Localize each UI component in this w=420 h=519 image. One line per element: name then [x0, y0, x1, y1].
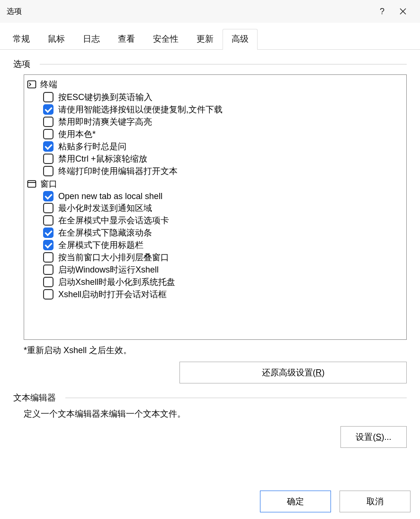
tab-bar: 常规鼠标日志查看安全性更新高级: [0, 23, 420, 50]
tree-item-label: 按当前窗口大小排列层叠窗口: [58, 252, 169, 263]
editor-section-label: 文本编辑器: [13, 392, 56, 403]
tree-item-label: Open new tab as local shell: [58, 191, 162, 201]
help-button[interactable]: ?: [372, 2, 393, 21]
tree-item[interactable]: 粘贴多行时总是问: [43, 140, 404, 153]
tab-1[interactable]: 鼠标: [39, 29, 74, 50]
terminal-icon: [27, 80, 36, 89]
checkbox[interactable]: [43, 252, 54, 263]
tree-item[interactable]: 启动Xshell时最小化到系统托盘: [43, 276, 404, 288]
tree-group-label: 终端: [40, 79, 57, 90]
checkbox[interactable]: [43, 154, 54, 164]
tree-item[interactable]: 启动Windows时运行Xshell: [43, 264, 404, 276]
tree-group-header[interactable]: 终端: [27, 78, 404, 91]
tree-group-header[interactable]: 窗口: [27, 177, 404, 191]
tree-item[interactable]: 按ESC键切换到英语输入: [43, 91, 404, 103]
tree-item[interactable]: Open new tab as local shell: [43, 191, 404, 202]
svg-rect-2: [28, 81, 36, 88]
dialog-footer: 确定 取消: [260, 491, 411, 512]
divider: [40, 64, 407, 64]
options-section-label: 选项: [13, 58, 30, 70]
tree-item[interactable]: 终端打印时使用编辑器打开文本: [43, 165, 404, 177]
tree-item-label: 终端打印时使用编辑器打开文本: [58, 165, 178, 177]
tree-group-label: 窗口: [40, 178, 57, 190]
tree-item[interactable]: 禁用Ctrl +鼠标滚轮缩放: [43, 153, 404, 165]
divider: [65, 398, 407, 398]
tree-item[interactable]: 在全屏模式中显示会话选项卡: [43, 214, 404, 227]
tree-item-label: 全屏模式下使用标题栏: [58, 239, 143, 251]
tree-item[interactable]: Xshell启动时打开会话对话框: [43, 288, 404, 300]
checkbox[interactable]: [43, 289, 54, 300]
tree-item[interactable]: 在全屏模式下隐藏滚动条: [43, 227, 404, 239]
checkbox[interactable]: [43, 166, 54, 176]
tree-item[interactable]: 使用本色*: [43, 128, 404, 140]
tree-item-label: 最小化时发送到通知区域: [58, 202, 152, 214]
tree-item-label: 粘贴多行时总是问: [58, 141, 126, 152]
tab-2[interactable]: 日志: [74, 29, 109, 50]
tree-item-label: 请使用智能选择按钮以便便捷复制,文件下载: [58, 104, 223, 115]
checkbox[interactable]: [43, 240, 54, 250]
tree-item-label: 按ESC键切换到英语输入: [58, 91, 152, 103]
window-title: 选项: [7, 7, 372, 17]
checkbox[interactable]: [43, 191, 54, 201]
tree-item[interactable]: 禁用即时清爽关键字高亮: [43, 116, 404, 128]
tree-item-label: 使用本色*: [58, 128, 96, 140]
tree-item-label: 禁用Ctrl +鼠标滚轮缩放: [58, 153, 147, 164]
checkbox[interactable]: [43, 129, 54, 139]
checkbox[interactable]: [43, 92, 54, 102]
cancel-button[interactable]: 取消: [340, 491, 411, 512]
tab-6[interactable]: 高级: [223, 29, 258, 50]
checkbox[interactable]: [43, 141, 54, 152]
tree-item-label: 启动Xshell时最小化到系统托盘: [58, 276, 175, 288]
tab-3[interactable]: 查看: [109, 29, 144, 50]
tree-item[interactable]: 请使用智能选择按钮以便便捷复制,文件下载: [43, 103, 404, 116]
close-icon: [400, 8, 406, 15]
tree-item-label: 禁用即时清爽关键字高亮: [58, 116, 152, 127]
tab-4[interactable]: 安全性: [144, 29, 188, 50]
close-button[interactable]: [393, 2, 413, 21]
svg-rect-3: [28, 181, 36, 187]
checkbox[interactable]: [43, 215, 54, 226]
ok-button[interactable]: 确定: [260, 491, 331, 512]
checkbox[interactable]: [43, 104, 54, 115]
restore-advanced-button[interactable]: 还原高级设置(R): [179, 362, 407, 383]
tree-item-label: 在全屏模式下隐藏滚动条: [58, 227, 152, 238]
checkbox[interactable]: [43, 277, 54, 287]
tree-item[interactable]: 按当前窗口大小排列层叠窗口: [43, 251, 404, 264]
options-tree[interactable]: 终端按ESC键切换到英语输入请使用智能选择按钮以便便捷复制,文件下载禁用即时清爽…: [24, 74, 407, 340]
editor-settings-button[interactable]: 设置(S)...: [340, 426, 407, 448]
checkbox[interactable]: [43, 203, 54, 213]
tree-item[interactable]: 最小化时发送到通知区域: [43, 202, 404, 214]
tree-item-label: 启动Windows时运行Xshell: [58, 264, 159, 275]
tab-5[interactable]: 更新: [188, 29, 223, 50]
checkbox[interactable]: [43, 228, 54, 238]
window-icon: [27, 179, 36, 189]
tree-item-label: 在全屏模式中显示会话选项卡: [58, 215, 169, 226]
checkbox[interactable]: [43, 117, 54, 127]
tab-content: 选项 终端按ESC键切换到英语输入请使用智能选择按钮以便便捷复制,文件下载禁用即…: [0, 50, 420, 462]
tab-0[interactable]: 常规: [4, 29, 39, 50]
checkbox[interactable]: [43, 264, 54, 275]
restart-note: *重新启动 Xshell 之后生效。: [24, 345, 407, 356]
tree-item-label: Xshell启动时打开会话对话框: [58, 289, 167, 300]
tree-item[interactable]: 全屏模式下使用标题栏: [43, 239, 404, 251]
titlebar: 选项 ?: [0, 0, 420, 23]
editor-description: 定义一个文本编辑器来编辑一个文本文件。: [24, 408, 407, 419]
